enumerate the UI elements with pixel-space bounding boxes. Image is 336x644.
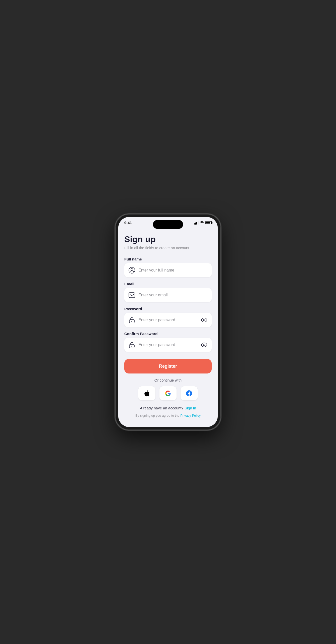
lock-icon [128, 316, 135, 324]
confirm-password-input-wrapper [124, 338, 212, 352]
phone-screen: 9:41 Sign up Fi [118, 217, 218, 427]
svg-point-9 [131, 346, 132, 347]
dynamic-island [153, 220, 183, 229]
privacy-policy-text: By signing up you agree to the Privacy P… [124, 414, 212, 417]
password-input-wrapper [124, 313, 212, 327]
already-account-text: Already have an account? Sign in [124, 406, 212, 410]
fullname-field-group: Full name [124, 257, 212, 277]
register-button[interactable]: Register [124, 359, 212, 373]
content-area: Sign up Fill in all the fields to create… [118, 227, 218, 427]
or-divider: Or continue with [124, 378, 212, 382]
status-icons [194, 221, 212, 225]
svg-point-7 [204, 320, 205, 320]
social-buttons [124, 386, 212, 400]
privacy-policy-link[interactable]: Privacy Poilcy [180, 414, 201, 417]
confirm-password-label: Confirm Password [124, 332, 212, 336]
facebook-icon [186, 390, 192, 396]
fullname-label: Full name [124, 257, 212, 261]
battery-icon [205, 221, 212, 224]
svg-point-1 [131, 269, 133, 271]
person-icon [128, 267, 135, 274]
phone-frame: 9:41 Sign up Fi [115, 214, 221, 430]
facebook-login-button[interactable] [181, 386, 198, 400]
fullname-input-wrapper [124, 263, 212, 277]
email-input-wrapper [124, 288, 212, 302]
email-label: Email [124, 282, 212, 286]
confirm-password-input[interactable] [138, 343, 201, 347]
confirm-lock-icon [128, 341, 135, 348]
page-subtitle: Fill in all the fields to create an acco… [124, 246, 212, 250]
svg-point-12 [204, 345, 205, 345]
email-input[interactable] [138, 293, 208, 297]
svg-rect-2 [129, 293, 135, 298]
apple-icon [144, 390, 150, 397]
apple-login-button[interactable] [138, 386, 155, 400]
sign-in-link[interactable]: Sign in [185, 406, 196, 410]
svg-point-4 [131, 321, 132, 322]
confirm-password-toggle-icon[interactable] [201, 341, 208, 348]
email-icon [128, 292, 135, 299]
password-label: Password [124, 307, 212, 311]
wifi-icon [200, 221, 204, 224]
google-icon [165, 390, 171, 396]
fullname-input[interactable] [138, 268, 208, 273]
google-login-button[interactable] [159, 386, 177, 400]
status-time: 9:41 [124, 221, 132, 225]
password-toggle-icon[interactable] [201, 316, 208, 324]
password-field-group: Password [124, 307, 212, 327]
password-input[interactable] [138, 318, 201, 322]
signal-icon [194, 221, 198, 225]
confirm-password-field-group: Confirm Password [124, 332, 212, 352]
page-title: Sign up [124, 234, 212, 244]
email-field-group: Email [124, 282, 212, 302]
